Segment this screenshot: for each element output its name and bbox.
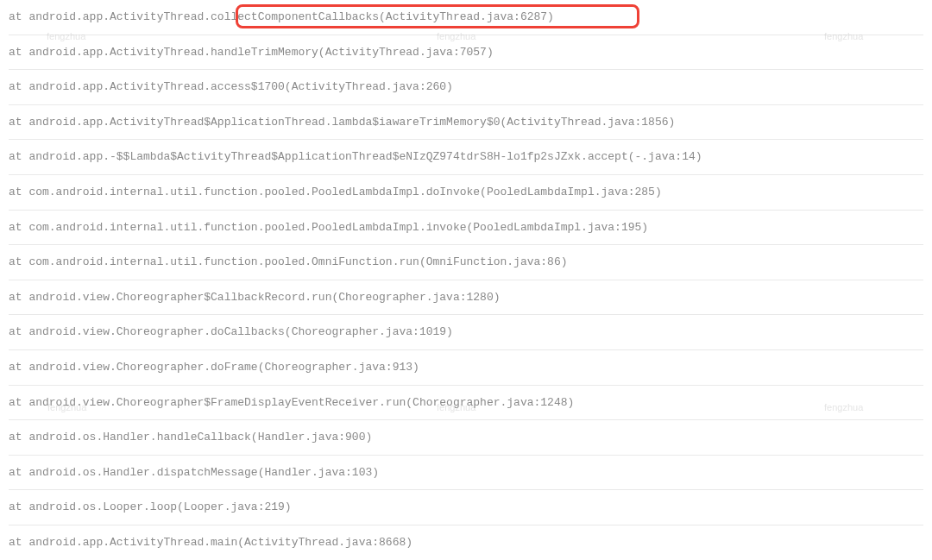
frame-text: android.app.ActivityThread.collectCompon… <box>28 10 554 23</box>
frame-text: com.android.internal.util.function.poole… <box>28 221 648 234</box>
frame-text: android.view.Choreographer$CallbackRecor… <box>28 291 500 304</box>
at-prefix: at <box>9 221 28 234</box>
stack-frame: at com.android.internal.util.function.po… <box>9 245 923 280</box>
frame-text: android.app.ActivityThread.handleTrimMem… <box>28 46 493 59</box>
stack-frame: at android.os.Handler.dispatchMessage(Ha… <box>9 456 923 491</box>
at-prefix: at <box>9 291 28 304</box>
stack-frame: at com.android.internal.util.function.po… <box>9 211 923 246</box>
at-prefix: at <box>9 80 28 93</box>
frame-text: android.app.-$$Lambda$ActivityThread$App… <box>28 150 702 163</box>
stack-frame: at android.app.ActivityThread.handleTrim… <box>9 35 923 71</box>
stack-frame: at android.app.ActivityThread.collectCom… <box>9 0 923 35</box>
frame-text: android.app.ActivityThread.main(Activity… <box>28 536 412 549</box>
at-prefix: at <box>9 466 28 479</box>
at-prefix: at <box>9 500 28 513</box>
at-prefix: at <box>9 10 28 23</box>
frame-text: android.view.Choreographer.doCallbacks(C… <box>28 325 452 338</box>
at-prefix: at <box>9 186 28 198</box>
frame-text: android.app.ActivityThread.access$1700(A… <box>28 80 452 93</box>
stack-frame: at com.android.internal.util.function.po… <box>9 175 923 211</box>
at-prefix: at <box>9 536 28 549</box>
at-prefix: at <box>9 325 28 338</box>
stack-frame: at android.view.Choreographer.doFrame(Ch… <box>9 350 923 386</box>
frame-text: android.os.Handler.dispatchMessage(Handl… <box>28 466 379 479</box>
stack-frame: at android.app.ActivityThread.main(Activ… <box>9 525 923 560</box>
at-prefix: at <box>9 255 28 268</box>
at-prefix: at <box>9 431 28 444</box>
stack-frame: at android.os.Looper.loop(Looper.java:21… <box>9 490 923 525</box>
at-prefix: at <box>9 46 28 59</box>
frame-text: android.view.Choreographer$FrameDisplayE… <box>28 396 574 409</box>
frame-text: com.android.internal.util.function.poole… <box>28 186 661 198</box>
stack-frame: at android.view.Choreographer$CallbackRe… <box>9 280 923 316</box>
at-prefix: at <box>9 361 28 374</box>
stack-frame: at android.app.ActivityThread.access$170… <box>9 70 923 105</box>
at-prefix: at <box>9 116 28 129</box>
at-prefix: at <box>9 396 28 409</box>
frame-text: android.view.Choreographer.doFrame(Chore… <box>28 361 419 374</box>
stack-frame: at android.app.-$$Lambda$ActivityThread$… <box>9 140 923 175</box>
stack-frame: at android.app.ActivityThread$Applicatio… <box>9 105 923 141</box>
frame-text: com.android.internal.util.function.poole… <box>28 255 567 268</box>
stack-trace-container: at android.app.ActivityThread.collectCom… <box>0 0 932 560</box>
stack-frame: at android.os.Handler.handleCallback(Han… <box>9 420 923 456</box>
frame-text: android.os.Looper.loop(Looper.java:219) <box>28 500 291 513</box>
stack-frame: at android.view.Choreographer.doCallback… <box>9 315 923 350</box>
stack-frame: at android.view.Choreographer$FrameDispl… <box>9 386 923 421</box>
at-prefix: at <box>9 150 28 163</box>
frame-text: android.os.Handler.handleCallback(Handle… <box>28 431 372 444</box>
frame-text: android.app.ActivityThread$ApplicationTh… <box>28 116 675 129</box>
